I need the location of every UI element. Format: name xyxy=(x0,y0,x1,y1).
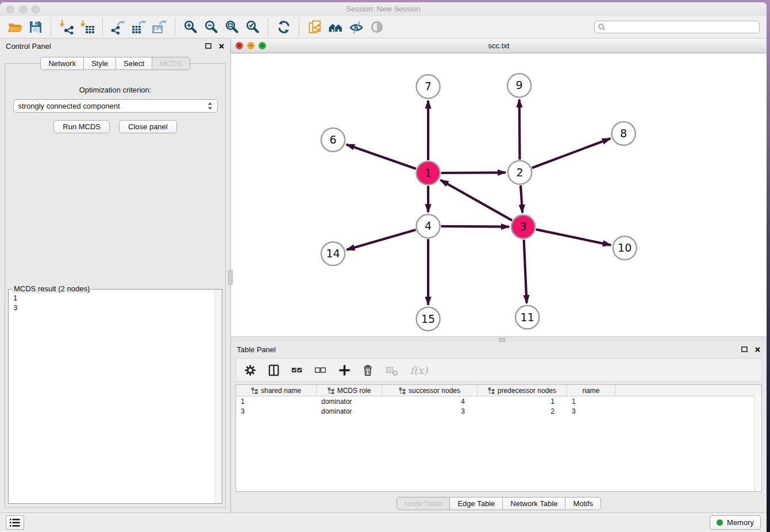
save-session-button[interactable] xyxy=(27,18,44,36)
column-header-shared-name[interactable]: shared name xyxy=(236,385,317,396)
tab-style[interactable]: Style xyxy=(83,57,116,70)
window-zoom-button[interactable] xyxy=(32,6,40,13)
mcds-result-list: 13 xyxy=(9,290,222,316)
destroy-table-button[interactable] xyxy=(384,363,398,377)
select-all-rows-button[interactable] xyxy=(290,363,304,377)
open-session-button[interactable] xyxy=(6,18,24,36)
graph-edge-3-11[interactable] xyxy=(524,240,527,303)
toolbar-separator xyxy=(102,18,103,36)
control-panel-title: Control Panel xyxy=(6,42,51,51)
run-mcds-button[interactable]: Run MCDS xyxy=(53,120,110,133)
zoom-in-icon xyxy=(183,20,198,34)
column-header-label: shared name xyxy=(261,387,301,395)
clone-network-button[interactable] xyxy=(306,18,324,36)
memory-button[interactable]: Memory xyxy=(710,515,761,530)
graph-edge-2-9[interactable] xyxy=(519,99,520,160)
search-box[interactable] xyxy=(594,21,760,33)
column-header-successor-nodes[interactable]: successor nodes xyxy=(382,385,478,396)
window-minimize-button[interactable] xyxy=(19,6,27,13)
column-header-mcds-role[interactable]: MCDS role xyxy=(317,385,382,396)
main-area: Control Panel NetworkStyleSelectMCDS Opt… xyxy=(0,38,767,512)
column-type-icon xyxy=(399,387,406,394)
hide-graphics-details-button[interactable] xyxy=(348,18,365,36)
horizontal-splitter[interactable] xyxy=(231,336,767,342)
graph-edge-2-3[interactable] xyxy=(521,186,522,213)
graph-edge-1-6[interactable] xyxy=(346,144,416,168)
column-type-icon xyxy=(488,387,495,394)
table-cell: 2 xyxy=(478,407,567,415)
tab-select[interactable]: Select xyxy=(116,57,152,70)
export-image-icon xyxy=(152,20,167,34)
result-scrollbar[interactable] xyxy=(214,290,222,503)
table-tab-motifs[interactable]: Motifs xyxy=(565,497,601,510)
first-neighbors-button[interactable] xyxy=(327,18,344,36)
graph-node-label-10: 10 xyxy=(618,241,632,254)
column-header-label: MCDS role xyxy=(337,387,371,395)
table-row[interactable]: 3dominator323 xyxy=(236,406,761,416)
table-scrollbar[interactable] xyxy=(754,396,761,491)
window-close-button[interactable] xyxy=(6,6,14,13)
zoom-fit-icon xyxy=(225,20,240,34)
deselect-all-rows-button[interactable] xyxy=(314,363,328,377)
show-graphics-details-button[interactable] xyxy=(368,18,386,36)
network-canvas[interactable]: 1234678910111415 xyxy=(231,53,767,336)
task-history-button[interactable] xyxy=(6,515,24,530)
toolbar-separator xyxy=(268,18,269,36)
zoom-in-button[interactable] xyxy=(182,18,199,36)
graph-edge-4-3[interactable] xyxy=(441,226,509,227)
graph-node-label-11: 11 xyxy=(521,311,534,323)
close-table-panel-button[interactable] xyxy=(754,346,761,353)
application-window: Session: New Session Control xyxy=(0,2,767,532)
float-table-panel-button[interactable] xyxy=(741,346,748,353)
import-table-button[interactable] xyxy=(79,18,96,36)
export-table-button[interactable] xyxy=(130,18,148,36)
table-options-button[interactable] xyxy=(243,363,257,377)
delete-table-disabled-icon xyxy=(385,364,398,377)
table-tab-network-table[interactable]: Network Table xyxy=(502,497,565,510)
table-tab-edge-table[interactable]: Edge Table xyxy=(449,497,503,510)
column-visibility-button[interactable] xyxy=(267,363,280,377)
import-network-button[interactable] xyxy=(58,18,75,36)
tab-network[interactable]: Network xyxy=(40,57,84,70)
export-network-button[interactable] xyxy=(110,18,127,36)
graph-edge-2-8[interactable] xyxy=(532,138,610,168)
close-panel-button-mcds[interactable]: Close panel xyxy=(119,120,177,133)
zoom-fit-button[interactable] xyxy=(224,18,241,36)
float-panel-button[interactable] xyxy=(205,43,211,49)
graph-edge-4-14[interactable] xyxy=(346,230,415,250)
function-builder-button[interactable]: f(x) xyxy=(408,363,430,377)
close-panel-button[interactable] xyxy=(218,43,225,49)
export-image-button[interactable] xyxy=(151,18,168,36)
splitter-handle[interactable] xyxy=(499,338,505,342)
search-icon xyxy=(598,23,606,31)
gear-icon xyxy=(244,364,257,377)
refresh-button[interactable] xyxy=(275,18,292,36)
network-minimize-button[interactable] xyxy=(247,42,255,49)
plus-icon xyxy=(338,364,351,377)
table-cell: 4 xyxy=(382,398,478,406)
graph-edge-3-1[interactable] xyxy=(440,180,512,220)
checked-boxes-icon xyxy=(291,364,303,376)
zoom-out-button[interactable] xyxy=(203,18,220,36)
table-tab-node-table[interactable]: Node Table xyxy=(396,497,451,510)
add-row-button[interactable] xyxy=(337,363,351,377)
column-header-predecessor-nodes[interactable]: predecessor nodes xyxy=(478,385,567,396)
criterion-select[interactable]: strongly connected component xyxy=(13,99,218,113)
zoom-selected-button[interactable] xyxy=(244,18,261,36)
table-row[interactable]: 1dominator411 xyxy=(236,396,761,406)
delete-row-button[interactable] xyxy=(361,363,375,377)
tab-mcds[interactable]: MCDS xyxy=(152,57,190,70)
search-input[interactable] xyxy=(606,22,756,32)
graph-edge-3-10[interactable] xyxy=(536,229,611,245)
graph-node-label-8: 8 xyxy=(620,127,627,140)
network-zoom-button[interactable] xyxy=(259,42,266,49)
network-view-window: scc.txt 1234678910111415 xyxy=(231,38,767,342)
table-panel-tabs: Node TableEdge TableNetwork TableMotifs xyxy=(396,497,601,510)
vertical-splitter-handle[interactable] xyxy=(228,270,233,285)
network-close-button[interactable] xyxy=(236,42,243,49)
table-panel-title: Table Panel xyxy=(237,345,276,354)
column-header-label: predecessor nodes xyxy=(498,387,556,395)
column-header-name[interactable]: name xyxy=(567,385,615,396)
graph-edge-1-2[interactable] xyxy=(441,172,506,173)
zoom-glyph-icon xyxy=(259,42,266,49)
